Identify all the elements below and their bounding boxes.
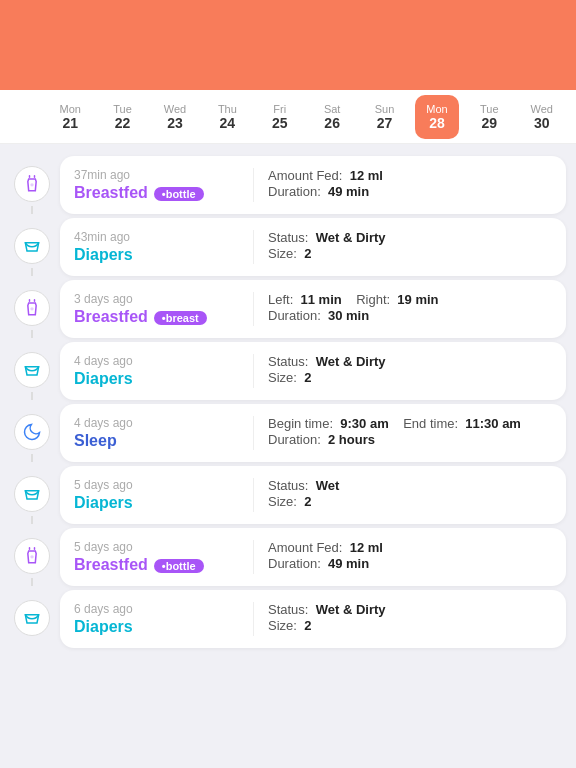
card-left: 5 days ago Diapers [74, 478, 254, 512]
detail-line: Begin time: 9:30 am End time: 11:30 am [268, 416, 552, 431]
card-right: Status: Wet & DirtySize: 2 [268, 602, 552, 634]
entry-type: Breastfed•bottle [74, 184, 239, 202]
diapers-icon [14, 600, 50, 636]
timeline-connector [31, 330, 33, 338]
detail-line: Status: Wet & Dirty [268, 354, 552, 369]
entry-card: 4 days ago Sleep Begin time: 9:30 am End… [60, 404, 566, 462]
day-cell-24[interactable]: Thu 24 [205, 95, 249, 139]
timeline-connector [31, 516, 33, 524]
detail-line: Duration: 49 min [268, 184, 552, 199]
day-cell-29[interactable]: Tue 29 [467, 95, 511, 139]
day-cell-22[interactable]: Tue 22 [101, 95, 145, 139]
day-cell-21[interactable]: Mon 21 [48, 95, 92, 139]
calendar-strip: Mon 21 Tue 22 Wed 23 Thu 24 Fri 25 Sat 2… [0, 90, 576, 144]
card-left: 3 days ago Breastfed•breast [74, 292, 254, 326]
time-ago: 3 days ago [74, 292, 239, 306]
card-left: 4 days ago Diapers [74, 354, 254, 388]
detail-line: Duration: 30 min [268, 308, 552, 323]
breastfed-icon [14, 290, 50, 326]
card-content: 3 days ago Breastfed•breast Left: 11 min… [74, 292, 552, 326]
entry-card: 5 days ago Diapers Status: WetSize: 2 [60, 466, 566, 524]
time-ago: 43min ago [74, 230, 239, 244]
time-ago: 4 days ago [74, 354, 239, 368]
card-content: 37min ago Breastfed•bottle Amount Fed: 1… [74, 168, 552, 202]
timeline-connector [31, 578, 33, 586]
detail-line: Duration: 2 hours [268, 432, 552, 447]
entry-type: Diapers [74, 246, 239, 264]
timeline-connector [31, 454, 33, 462]
entry-type: Breastfed•bottle [74, 556, 239, 574]
day-cell-28[interactable]: Mon 28 [415, 95, 459, 139]
timeline-row: 6 days ago Diapers Status: Wet & DirtySi… [10, 590, 566, 648]
header [0, 0, 576, 90]
timeline-connector [31, 268, 33, 276]
breastfed-icon [14, 538, 50, 574]
card-left: 37min ago Breastfed•bottle [74, 168, 254, 202]
entry-type: Sleep [74, 432, 239, 450]
day-cell-27[interactable]: Sun 27 [363, 95, 407, 139]
detail-line: Duration: 49 min [268, 556, 552, 571]
card-content: 43min ago Diapers Status: Wet & DirtySiz… [74, 230, 552, 264]
card-right: Amount Fed: 12 mlDuration: 49 min [268, 168, 552, 200]
timeline-connector [31, 206, 33, 214]
card-right: Status: WetSize: 2 [268, 478, 552, 510]
timeline-row: 4 days ago Diapers Status: Wet & DirtySi… [10, 342, 566, 400]
day-cell-30[interactable]: Wed 30 [520, 95, 564, 139]
detail-line: Status: Wet [268, 478, 552, 493]
timeline-icon-col [10, 342, 54, 400]
diapers-icon [14, 476, 50, 512]
timeline-icon-col [10, 590, 54, 648]
card-left: 6 days ago Diapers [74, 602, 254, 636]
day-cell-26[interactable]: Sat 26 [310, 95, 354, 139]
svg-point-2 [30, 555, 33, 558]
card-left: 5 days ago Breastfed•bottle [74, 540, 254, 574]
timeline-row: 5 days ago Diapers Status: WetSize: 2 [10, 466, 566, 524]
content-area: 37min ago Breastfed•bottle Amount Fed: 1… [0, 144, 576, 768]
entry-card: 43min ago Diapers Status: Wet & DirtySiz… [60, 218, 566, 276]
detail-line: Size: 2 [268, 494, 552, 509]
entry-card: 3 days ago Breastfed•breast Left: 11 min… [60, 280, 566, 338]
entry-type: Breastfed•breast [74, 308, 239, 326]
timeline-row: 4 days ago Sleep Begin time: 9:30 am End… [10, 404, 566, 462]
card-right: Amount Fed: 12 mlDuration: 49 min [268, 540, 552, 572]
time-ago: 5 days ago [74, 540, 239, 554]
card-content: 6 days ago Diapers Status: Wet & DirtySi… [74, 602, 552, 636]
entry-type: Diapers [74, 618, 239, 636]
time-ago: 37min ago [74, 168, 239, 182]
day-cell-25[interactable]: Fri 25 [258, 95, 302, 139]
breastfed-icon [14, 166, 50, 202]
card-right: Begin time: 9:30 am End time: 11:30 amDu… [268, 416, 552, 448]
timeline-connector [31, 392, 33, 400]
detail-line: Size: 2 [268, 618, 552, 633]
day-cell-23[interactable]: Wed 23 [153, 95, 197, 139]
detail-line: Size: 2 [268, 370, 552, 385]
detail-line: Amount Fed: 12 ml [268, 540, 552, 555]
card-right: Status: Wet & DirtySize: 2 [268, 230, 552, 262]
timeline-icon-col [10, 528, 54, 586]
diapers-icon [14, 228, 50, 264]
detail-line: Size: 2 [268, 246, 552, 261]
sleep-icon [14, 414, 50, 450]
timeline-row: 43min ago Diapers Status: Wet & DirtySiz… [10, 218, 566, 276]
card-left: 43min ago Diapers [74, 230, 254, 264]
timeline-icon-col [10, 156, 54, 214]
detail-line: Status: Wet & Dirty [268, 230, 552, 245]
entry-card: 4 days ago Diapers Status: Wet & DirtySi… [60, 342, 566, 400]
entry-card: 6 days ago Diapers Status: Wet & DirtySi… [60, 590, 566, 648]
time-ago: 4 days ago [74, 416, 239, 430]
entry-tag: •bottle [154, 559, 204, 573]
time-ago: 5 days ago [74, 478, 239, 492]
entry-card: 37min ago Breastfed•bottle Amount Fed: 1… [60, 156, 566, 214]
svg-point-0 [30, 183, 33, 186]
entry-tag: •bottle [154, 187, 204, 201]
card-content: 5 days ago Breastfed•bottle Amount Fed: … [74, 540, 552, 574]
diapers-icon [14, 352, 50, 388]
card-right: Left: 11 min Right: 19 minDuration: 30 m… [268, 292, 552, 324]
timeline-icon-col [10, 218, 54, 276]
card-content: 4 days ago Diapers Status: Wet & DirtySi… [74, 354, 552, 388]
timeline-row: 37min ago Breastfed•bottle Amount Fed: 1… [10, 156, 566, 214]
entry-type: Diapers [74, 494, 239, 512]
entry-type: Diapers [74, 370, 239, 388]
card-right: Status: Wet & DirtySize: 2 [268, 354, 552, 386]
day-cells: Mon 21 Tue 22 Wed 23 Thu 24 Fri 25 Sat 2… [44, 95, 568, 139]
